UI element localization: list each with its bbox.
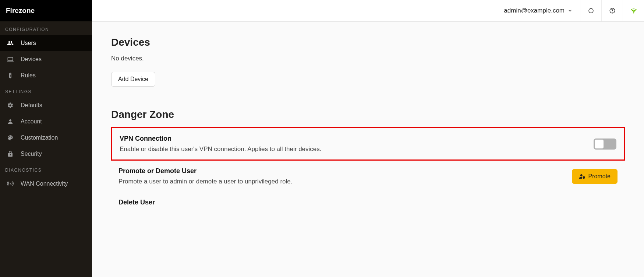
help-icon [609,7,616,14]
delete-row: Delete User [111,192,625,209]
connection-indicator[interactable] [623,0,644,21]
sidebar-item-label: Defaults [21,102,42,109]
vpn-connection-row: VPN Connection Enable or disable this us… [111,127,625,161]
sidebar-item-wan[interactable]: WAN Connectivity [0,176,92,192]
lock-icon [7,150,14,158]
user-email: admin@example.com [504,7,565,14]
main-area: admin@example.com Devices No devices. A [92,0,644,277]
promote-desc: Promote a user to admin or demote a user… [118,178,292,185]
promote-title: Promote or Demote User [118,167,292,175]
broadcast-icon [7,180,14,187]
sidebar-item-label: Security [21,151,42,157]
topbar: admin@example.com [92,0,644,22]
sidebar-item-label: WAN Connectivity [21,180,68,187]
svg-point-3 [633,13,634,13]
vpn-desc: Enable or disable this user's VPN connec… [120,145,322,153]
svg-point-2 [612,12,612,12]
users-icon [7,39,14,47]
palette-icon [7,134,14,141]
sidebar-item-defaults[interactable]: Defaults [0,97,92,113]
sidebar-item-customization[interactable]: Customization [0,130,92,146]
sidebar-item-label: Rules [21,72,36,79]
sidebar-item-label: Customization [21,134,58,141]
devices-heading: Devices [111,36,625,48]
sidebar-section-diagnostics: DIAGNOSTICS [0,162,92,176]
sidebar-item-label: Users [21,40,36,46]
sidebar-item-devices[interactable]: Devices [0,51,92,67]
svg-point-0 [589,8,593,13]
wifi-icon [630,7,637,14]
sidebar-item-account[interactable]: Account [0,113,92,130]
chevron-down-icon [567,8,573,13]
vpn-toggle[interactable] [594,138,616,150]
circle-icon [588,7,594,14]
sidebar-item-label: Devices [21,56,42,63]
vpn-title: VPN Connection [120,135,322,143]
devices-empty-text: No devices. [111,55,625,62]
devices-section: Devices No devices. Add Device [111,36,625,87]
add-device-button[interactable]: Add Device [111,72,155,87]
promote-button[interactable]: Promote [572,169,618,184]
gear-icon [7,102,14,109]
help-button[interactable] [601,0,623,21]
promote-row: Promote or Demote User Promote a user to… [111,161,625,192]
user-shield-icon [579,173,585,180]
sidebar-section-settings: SETTINGS [0,84,92,97]
user-menu[interactable]: admin@example.com [496,0,580,21]
sidebar-item-users[interactable]: Users [0,35,92,51]
sidebar-item-label: Account [21,118,42,125]
sidebar: Firezone CONFIGURATION Users Devices Rul… [0,0,92,277]
promote-button-label: Promote [588,173,611,180]
sidebar-item-security[interactable]: Security [0,146,92,162]
laptop-icon [7,56,14,63]
sidebar-item-rules[interactable]: Rules [0,67,92,84]
traffic-icon [7,72,14,79]
brand-title: Firezone [0,0,92,21]
sidebar-section-configuration: CONFIGURATION [0,21,92,35]
toggle-knob [595,140,604,148]
danger-zone-heading: Danger Zone [111,109,625,120]
status-indicator[interactable] [580,0,601,21]
content: Devices No devices. Add Device Danger Zo… [92,22,644,277]
person-icon [7,118,14,125]
danger-zone-section: Danger Zone VPN Connection Enable or dis… [111,109,625,209]
delete-title: Delete User [118,199,155,206]
